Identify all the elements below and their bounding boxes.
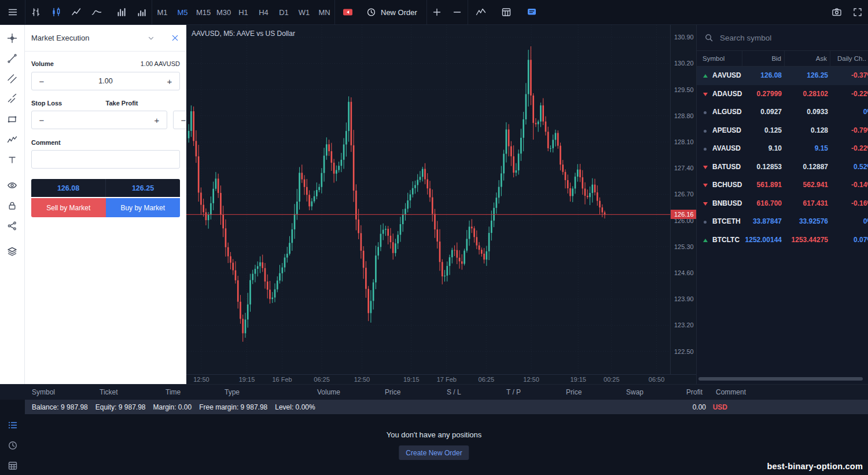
bid-value: 1252.00144 bbox=[742, 231, 782, 250]
histogram-chart-button[interactable] bbox=[131, 0, 152, 24]
timeframe-h4[interactable]: H4 bbox=[253, 0, 274, 24]
bid-value: 616.700 bbox=[742, 195, 782, 213]
line-chart-button[interactable] bbox=[66, 0, 86, 24]
price-tick: 127.40 bbox=[674, 165, 694, 171]
zoom-in-icon bbox=[432, 7, 442, 17]
watchlist-row-algusd[interactable]: ALGUSD0.09270.09330% bbox=[697, 103, 868, 122]
chevron-down-icon[interactable] bbox=[147, 34, 155, 42]
new-order-icon bbox=[366, 7, 376, 17]
watchlist-row-aavusd[interactable]: AAVUSD126.08126.25-0.37% bbox=[697, 67, 868, 85]
history-tab[interactable] bbox=[5, 438, 20, 453]
watchlist-row-btcltc[interactable]: BTCLTC1252.001441253.442750.07% bbox=[697, 231, 868, 250]
area-chart-button[interactable] bbox=[86, 0, 106, 24]
total-profit: 0.00 bbox=[693, 403, 706, 411]
watchlist-row-bnbusd[interactable]: BNBUSD616.700617.431-0.16% bbox=[697, 195, 868, 213]
stop-loss-decrease-button[interactable]: − bbox=[32, 111, 52, 129]
shapes-tool-button[interactable] bbox=[3, 111, 21, 128]
trendline-tool-button[interactable] bbox=[3, 50, 21, 67]
watchlist-column-header[interactable]: Bid bbox=[742, 51, 785, 66]
history-clock-icon bbox=[8, 440, 18, 451]
volume-input[interactable] bbox=[52, 76, 160, 86]
pitchfork-tool-button[interactable] bbox=[3, 90, 21, 108]
comment-input[interactable] bbox=[31, 150, 180, 169]
trend-down-icon bbox=[703, 166, 708, 169]
daily-change-value: 0% bbox=[830, 213, 868, 231]
channel-tool-button[interactable] bbox=[3, 70, 21, 87]
daily-change-value: -0.79% bbox=[830, 122, 868, 140]
watchlist-row-batusd[interactable]: BATUSD0.128530.128870.52% bbox=[697, 158, 868, 177]
watchlist-column-header[interactable]: Symbol bbox=[697, 51, 742, 66]
layers-tool-button[interactable] bbox=[3, 243, 21, 260]
market-watch-panel: SymbolBidAskDaily Ch.. AAVUSD126.08126.2… bbox=[696, 25, 868, 384]
zoom-in-button[interactable] bbox=[427, 0, 447, 24]
create-new-order-button[interactable]: Create New Order bbox=[399, 445, 469, 460]
price-axis[interactable]: 126.16 130.90130.20129.50128.80128.10127… bbox=[670, 25, 696, 374]
watchlist-row-apeusd[interactable]: APEUSD0.1250.128-0.79% bbox=[697, 122, 868, 140]
waves-tool-button[interactable] bbox=[3, 131, 21, 148]
stop-loss-increase-button[interactable]: + bbox=[147, 111, 167, 129]
trend-flat-icon bbox=[704, 111, 707, 114]
watchlist-row-btceth[interactable]: BTCETH33.8784733.925760% bbox=[697, 213, 868, 231]
one-click-trading-button[interactable] bbox=[335, 0, 361, 24]
volume-increase-button[interactable]: + bbox=[160, 72, 179, 90]
calendar-tab[interactable] bbox=[5, 458, 20, 473]
watchlist-column-header[interactable]: Ask bbox=[785, 51, 830, 66]
indicators-button[interactable] bbox=[468, 0, 494, 24]
branch-tool-button[interactable] bbox=[3, 217, 21, 235]
watchlist-row-bchusd[interactable]: BCHUSD561.891562.941-0.14% bbox=[697, 176, 868, 195]
volume-label: Volume bbox=[31, 60, 54, 67]
zoom-out-button[interactable] bbox=[447, 0, 468, 24]
text-tool-button[interactable] bbox=[3, 151, 21, 169]
new-order-button[interactable]: New Order bbox=[361, 0, 426, 24]
positions-column-header: Comment bbox=[716, 385, 746, 400]
current-price-label: 126.16 bbox=[671, 210, 696, 219]
timeframe-d1[interactable]: D1 bbox=[274, 0, 294, 24]
time-tick: 19:15 bbox=[239, 376, 255, 383]
watchlist-column-header[interactable]: Daily Ch.. bbox=[830, 51, 868, 66]
timeframe-w1[interactable]: W1 bbox=[294, 0, 314, 24]
sell-button[interactable]: Sell by Market bbox=[31, 198, 106, 217]
search-input[interactable] bbox=[719, 33, 843, 43]
account-currency: USD bbox=[713, 403, 727, 411]
timeframe-mn[interactable]: MN bbox=[314, 0, 334, 24]
timeframe-m30[interactable]: M30 bbox=[213, 0, 233, 24]
buy-button[interactable]: Buy by Market bbox=[106, 198, 181, 217]
timeframe-m5[interactable]: M5 bbox=[172, 0, 193, 24]
crosshair-tool-button[interactable] bbox=[3, 30, 21, 47]
bars-chart-button[interactable] bbox=[25, 0, 46, 24]
price-tick: 128.10 bbox=[674, 138, 694, 145]
positions-column-header: S / L bbox=[447, 385, 461, 400]
close-panel-button[interactable] bbox=[163, 25, 186, 51]
watchlist-row-avausd[interactable]: AVAUSD9.109.15-0.22% bbox=[697, 140, 868, 158]
economic-calendar-button[interactable] bbox=[494, 0, 519, 24]
trend-up-icon bbox=[703, 74, 708, 78]
time-axis[interactable]: 12:5019:1516 Feb06:2512:5019:1517 Feb06:… bbox=[186, 374, 696, 384]
time-tick: 12:50 bbox=[354, 376, 370, 383]
chat-button[interactable] bbox=[519, 0, 545, 24]
candles-chart-button[interactable] bbox=[46, 0, 66, 24]
calendar-icon bbox=[501, 7, 512, 17]
volume-decrease-button[interactable]: − bbox=[32, 72, 52, 90]
pitchfork-icon bbox=[7, 94, 17, 104]
screenshot-button[interactable] bbox=[826, 0, 847, 24]
timeframe-h1[interactable]: H1 bbox=[233, 0, 253, 24]
time-tick: 12:50 bbox=[523, 376, 539, 383]
eye-tool-button[interactable] bbox=[3, 177, 21, 194]
timeframe-m1[interactable]: M1 bbox=[152, 0, 172, 24]
time-tick: 06:25 bbox=[479, 376, 495, 383]
one-click-trading-icon bbox=[342, 7, 354, 17]
close-icon bbox=[171, 34, 179, 42]
menu-button[interactable] bbox=[0, 0, 25, 24]
bid-value: 9.10 bbox=[742, 140, 782, 158]
horizontal-scrollbar[interactable] bbox=[698, 377, 863, 381]
watchlist-row-adausd[interactable]: ADAUSD0.279990.28102-0.22% bbox=[697, 85, 868, 104]
stop-loss-input[interactable] bbox=[52, 115, 147, 125]
lock-tool-button[interactable] bbox=[3, 197, 21, 214]
timeframe-m15[interactable]: M15 bbox=[193, 0, 213, 24]
volume-chart-button[interactable] bbox=[111, 0, 131, 24]
price-chart[interactable] bbox=[186, 25, 670, 374]
fullscreen-button[interactable] bbox=[847, 0, 868, 24]
balance-item: Balance: 9 987.98 bbox=[32, 403, 88, 411]
trend-flat-icon bbox=[704, 148, 707, 151]
ask-value: 617.431 bbox=[782, 195, 828, 213]
